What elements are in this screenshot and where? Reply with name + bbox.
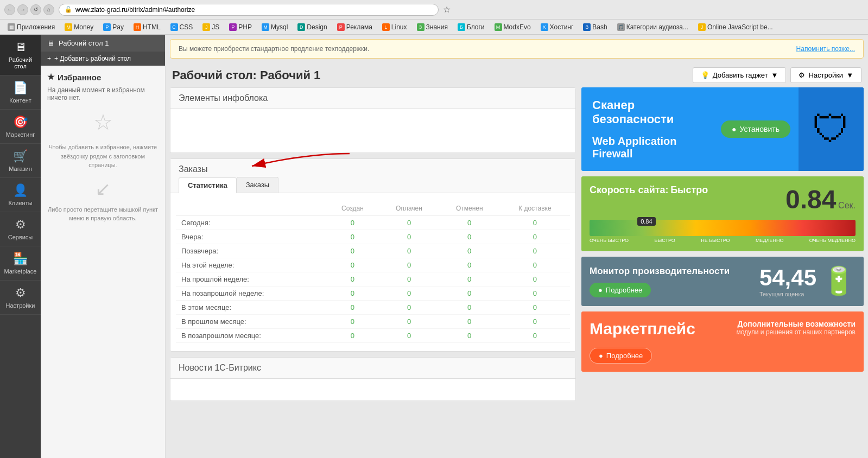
col-cancelled: Отменен xyxy=(439,201,500,216)
settings-button[interactable]: ⚙ Настройки ▼ xyxy=(790,67,861,83)
infoblock-empty-body xyxy=(170,109,575,152)
php-favicon: P xyxy=(229,23,237,31)
bookmark-linux[interactable]: L Linux xyxy=(379,22,410,32)
speed-value-section: 0.84 Сек. xyxy=(785,185,856,214)
bookmark-label: Реклама xyxy=(346,23,372,31)
sidebar-item-shop[interactable]: 🛒 Магазин xyxy=(0,144,41,178)
orders-table-body: Сегодня:0000Вчера:0000Позавчера:0000На э… xyxy=(176,216,570,343)
star-bookmark-icon[interactable]: ☆ xyxy=(443,4,451,15)
settings-gear-icon: ⚙ xyxy=(799,71,805,79)
sidebar-item-desktop[interactable]: 🖥 Рабочий стол xyxy=(0,35,41,75)
remind-link[interactable]: Напомнить позже... xyxy=(796,45,855,53)
table-row: На прошлой неделе:0000 xyxy=(176,272,570,287)
speed-bar: 0.84 xyxy=(590,220,856,236)
tab-orders[interactable]: Заказы xyxy=(237,177,278,193)
bookmark-label: Знания xyxy=(426,23,448,31)
blogi-favicon: Б xyxy=(458,23,465,31)
desktop-title: Рабочий стол 1 xyxy=(59,39,109,47)
content-columns: Элементы инфоблока Заказы xyxy=(166,87,868,405)
drag-icon: ↙ xyxy=(47,178,159,200)
marketing-icon: 🎯 xyxy=(13,115,28,129)
bookmark-label: HTML xyxy=(143,23,161,31)
label-very-fast: ОЧЕНЬ БЫСТРО xyxy=(590,238,629,243)
desktop-header: 🖥 Рабочий стол 1 xyxy=(41,35,165,52)
sidebar-item-settings[interactable]: ⚙ Настройки xyxy=(0,281,41,315)
money-favicon: M xyxy=(65,23,72,31)
sidebar-item-content[interactable]: 📄 Контент xyxy=(0,75,41,110)
sidebar-item-label: Сервисы xyxy=(8,234,33,240)
gear-icon: ⚙ xyxy=(15,286,26,300)
hosting-favicon: Х xyxy=(541,23,548,31)
speed-marker: 0.84 xyxy=(637,217,655,226)
settings-arrow-icon: ▼ xyxy=(846,71,853,79)
marketplace-desc1: Дополнительные возможности xyxy=(736,320,856,328)
back-button[interactable]: ← xyxy=(4,4,15,15)
pay-favicon: P xyxy=(103,23,111,31)
bookmark-categories[interactable]: 🎵 Категории аудиоза... xyxy=(614,22,692,32)
znania-favicon: З xyxy=(417,23,425,31)
marketplace-details-button[interactable]: ● Подробнее xyxy=(590,348,652,364)
sidebar-item-marketplace[interactable]: 🏪 Marketplace xyxy=(0,246,41,281)
sidebar-item-label: Настройки xyxy=(6,302,35,309)
header-actions: 💡 Добавить гаджет ▼ ⚙ Настройки ▼ xyxy=(693,67,861,83)
security-title: Сканер безопасности xyxy=(592,98,702,127)
bookmark-znania[interactable]: З Знания xyxy=(414,22,451,32)
reklama-favicon: Р xyxy=(337,23,345,31)
refresh-button[interactable]: ↺ xyxy=(30,4,41,15)
bookmark-label: Приложения xyxy=(17,23,55,31)
bookmark-money[interactable]: M Money xyxy=(61,22,97,32)
sidebar-item-services[interactable]: ⚙ Сервисы xyxy=(0,212,41,246)
news-widget-header: Новости 1С-Битрикс xyxy=(170,358,575,379)
speed-link[interactable]: Быстро xyxy=(670,185,708,195)
sidebar-item-label: Рабочий стол xyxy=(2,56,39,69)
nav-buttons: ← → ↺ ⌂ xyxy=(4,4,54,15)
bookmark-design[interactable]: D Design xyxy=(294,22,330,32)
bash-favicon: B xyxy=(583,23,591,31)
content-icon: 📄 xyxy=(13,81,28,95)
bookmark-label: Блоги xyxy=(467,23,485,31)
bookmark-label: Bash xyxy=(592,23,607,31)
news-widget: Новости 1С-Битрикс xyxy=(170,357,576,401)
infoblock-widget-header: Элементы инфоблока xyxy=(170,88,575,109)
perf-details-button[interactable]: ● Подробнее xyxy=(590,283,651,297)
bookmark-pay[interactable]: P Pay xyxy=(100,22,127,32)
bookmark-mysql[interactable]: M Mysql xyxy=(258,22,291,32)
sidebar-item-label: Контент xyxy=(9,97,31,104)
orders-table-container: Создан Оплачен Отменен К доставке Сегодн… xyxy=(170,193,575,351)
label-not-fast: НЕ БЫСТРО xyxy=(701,238,730,243)
bookmark-blogi[interactable]: Б Блоги xyxy=(454,22,488,32)
table-row: В позапрошлом месяце:0000 xyxy=(176,329,570,343)
clients-icon: 👤 xyxy=(13,183,28,198)
add-gadget-button[interactable]: 💡 Добавить гаджет ▼ xyxy=(693,67,787,83)
col-created: Создан xyxy=(326,201,379,216)
notification-text: Вы можете приобрести стандартное продлен… xyxy=(179,45,369,53)
bookmark-reklama[interactable]: Р Реклама xyxy=(334,22,376,32)
sidebar-item-marketing[interactable]: 🎯 Маркетинг xyxy=(0,110,41,144)
battery-icon: 🔋 xyxy=(822,265,856,297)
marketplace-details-label: Подробнее xyxy=(606,352,643,360)
forward-button[interactable]: → xyxy=(17,4,28,15)
marketplace-desc-section: Дополнительные возможности модули и реше… xyxy=(736,320,856,336)
home-button[interactable]: ⌂ xyxy=(43,4,54,15)
bookmark-js[interactable]: J JS xyxy=(199,22,223,32)
drag-hint: Либо просто перетащите мышкой пункт меню… xyxy=(47,205,159,223)
add-desktop-button[interactable]: + + Добавить рабочий стол xyxy=(41,52,165,66)
bookmark-js-online[interactable]: J Online JavaScript be... xyxy=(695,22,776,32)
add-desktop-label: + Добавить рабочий стол xyxy=(54,55,131,62)
notification-bar: Вы можете приобрести стандартное продлен… xyxy=(170,39,864,59)
sidebar-item-label: Магазин xyxy=(9,166,31,172)
bookmark-apps[interactable]: ▦ Приложения xyxy=(4,22,58,32)
bookmark-css[interactable]: C CSS xyxy=(167,22,197,32)
bookmark-php[interactable]: P PHP xyxy=(226,22,255,32)
tab-statistics[interactable]: Статистика xyxy=(179,177,237,193)
install-button[interactable]: ● Установить xyxy=(721,120,790,138)
bookmarks-bar: ▦ Приложения M Money P Pay H HTML C CSS … xyxy=(0,20,868,35)
bookmark-html[interactable]: H HTML xyxy=(130,22,164,32)
sidebar-item-clients[interactable]: 👤 Клиенты xyxy=(0,178,41,212)
table-row: Позавчера:0000 xyxy=(176,244,570,258)
address-bar[interactable]: 🔓 www.zlato-grad.ru/bitrix/admin/#author… xyxy=(59,4,439,16)
bookmark-bash[interactable]: B Bash xyxy=(580,22,610,32)
security-install-section: ● Установить xyxy=(713,87,799,171)
bookmark-modxevo[interactable]: M ModxEvo xyxy=(491,22,534,32)
bookmark-hosting[interactable]: Х Хостинг xyxy=(537,22,577,32)
